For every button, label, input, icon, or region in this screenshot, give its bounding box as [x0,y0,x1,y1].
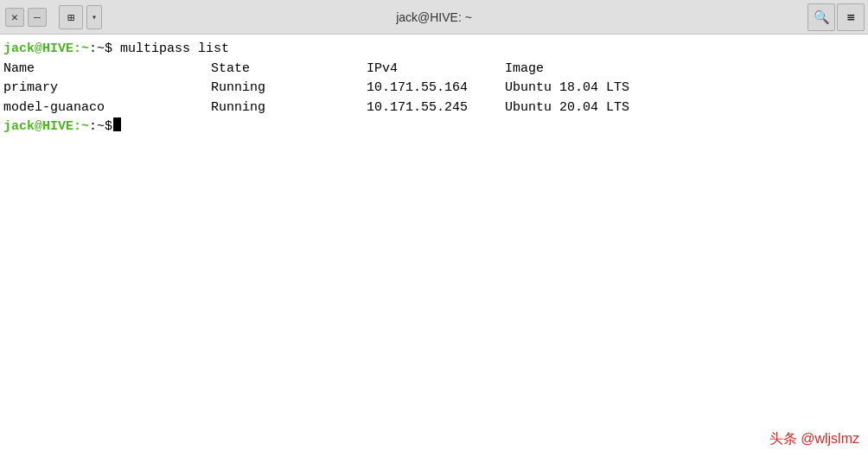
prompt-user: jack@HIVE:~ [3,40,89,60]
search-icon: 🔍 [814,10,830,25]
prompt-line-2: jack@HIVE:~:~$ [3,117,865,137]
new-tab-button[interactable]: ⊞ [59,5,83,29]
command-line: jack@HIVE:~:~$ multipass list [3,40,865,60]
col-header-ipv4: IPv4 [367,60,505,79]
close-button[interactable]: ✕ [5,8,24,27]
prompt2-symbol: :~$ [89,117,112,137]
row1-name: primary [3,79,211,98]
terminal-area[interactable]: jack@HIVE:~:~$ multipass list NameStateI… [0,35,868,457]
row2-image: Ubuntu 20.04 LTS [505,98,629,118]
table-row: primaryRunning10.171.55.164Ubuntu 18.04 … [3,79,865,98]
menu-button[interactable]: ≡ [837,3,865,31]
search-button[interactable]: 🔍 [807,3,835,31]
tab-dropdown-button[interactable]: ▾ [86,5,102,29]
col-header-state: State [211,60,367,79]
row2-state: Running [211,98,367,118]
table-row: model-guanacoRunning10.171.55.245Ubuntu … [3,98,865,118]
hamburger-icon: ≡ [846,10,854,25]
row2-name: model-guanaco [3,98,211,118]
table-header-row: NameStateIPv4Image [3,60,865,79]
titlebar: ✕ — ⊞ ▾ jack@HIVE: ~ 🔍 ≡ [0,0,868,35]
row1-state: Running [211,79,367,98]
command-text: multipass list [112,40,229,60]
cursor [113,117,121,131]
new-tab-icon: ⊞ [67,10,74,24]
row1-image: Ubuntu 18.04 LTS [505,79,629,98]
minimize-button[interactable]: — [28,8,47,27]
prompt-symbol: :~$ [89,40,112,60]
close-icon: ✕ [11,10,18,23]
col-header-name: Name [3,60,211,79]
prompt2-user: jack@HIVE:~ [3,117,89,137]
row1-ipv4: 10.171.55.164 [367,79,505,98]
titlebar-left-controls: ✕ — ⊞ ▾ [0,5,102,29]
col-header-image: Image [505,60,544,79]
watermark: 头条 @wljslmz [769,430,859,448]
chevron-down-icon: ▾ [92,12,97,22]
minimize-icon: — [34,10,41,23]
row2-ipv4: 10.171.55.245 [367,98,505,118]
titlebar-right-controls: 🔍 ≡ [807,3,868,31]
window-title: jack@HIVE: ~ [396,10,472,24]
